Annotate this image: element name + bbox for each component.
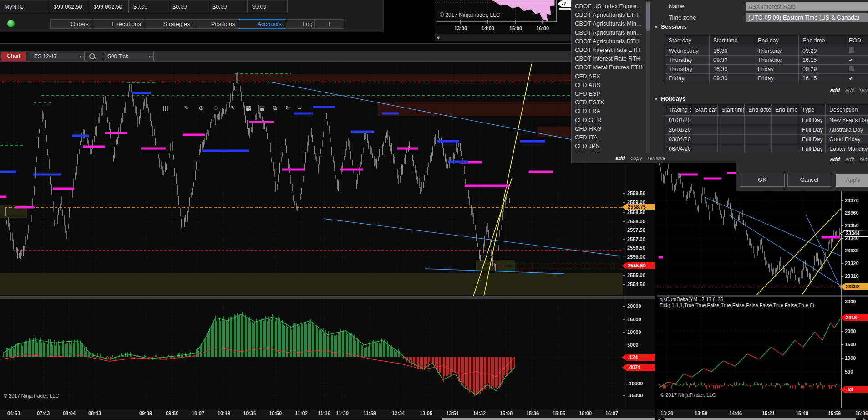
add-tab-button[interactable]: +	[314, 19, 344, 29]
instrument-list-item[interactable]: CBOE US Index Future...	[575, 3, 643, 11]
right-h-scrollbar[interactable]	[665, 418, 856, 420]
instrument-list-item[interactable]: CFD ESP	[575, 90, 643, 99]
time-label: 15:59	[824, 410, 845, 416]
time-label: 15:08	[496, 410, 517, 416]
unchecked-box	[849, 47, 854, 53]
ok-button[interactable]: OK	[740, 174, 785, 187]
chart-window-tab[interactable]: Chart	[1, 52, 26, 61]
instrument-list-item[interactable]: CFD ITA	[575, 134, 643, 143]
instrument-list-item[interactable]: CFD FRA	[575, 108, 643, 116]
holidays-table[interactable]: Trading dayStart dateStart timeEnd dateE…	[665, 104, 868, 152]
instrument-list-item[interactable]: CBOT Agriculturals Min...	[575, 29, 643, 38]
axis-label: 10000	[627, 329, 641, 335]
axis-tick	[841, 200, 843, 201]
instrument-list-item[interactable]: CBOT Agriculturals Min...	[575, 20, 643, 29]
remove-link[interactable]: remove	[860, 87, 868, 93]
column-header[interactable]: End date	[745, 104, 772, 116]
axis-tick	[623, 275, 625, 276]
sessions-table[interactable]: Start dayStart timeEnd dayEnd timeEODWed…	[665, 35, 868, 82]
column-header[interactable]: EOD	[845, 35, 868, 46]
name-label: Name	[669, 3, 685, 10]
instrument-list-item[interactable]: CFD SUI	[575, 151, 643, 153]
time-label: 10:35	[239, 410, 260, 416]
axis-tick	[623, 319, 625, 320]
remove-link[interactable]: remove	[648, 155, 666, 161]
column-header[interactable]: Start time	[718, 104, 745, 116]
unchecked-box	[849, 66, 854, 71]
column-header[interactable]: Start date	[691, 104, 718, 116]
table-row[interactable]: 06/04/20Full DayEaster Monday	[665, 144, 868, 153]
holidays-actions: addeditremove	[830, 155, 868, 163]
axis-tick	[841, 344, 843, 345]
time-label: 16:07	[601, 410, 622, 416]
instrument-list-item[interactable]: CBOT Agriculturals ETH	[575, 11, 643, 20]
column-header[interactable]: Type	[798, 104, 826, 116]
collapse-triangle-icon[interactable]: ▼	[654, 97, 658, 102]
holidays-section-header[interactable]: Holidays	[661, 95, 685, 102]
time-label: 14:00	[477, 26, 498, 31]
add-link[interactable]: add	[830, 87, 840, 93]
add-link[interactable]: add	[830, 156, 840, 163]
name-input[interactable]	[746, 2, 868, 11]
connection-status-icon[interactable]	[7, 20, 15, 27]
axis-tick	[623, 345, 625, 345]
axis-label: 2558.00	[627, 219, 645, 224]
collapse-triangle-icon[interactable]: ▼	[654, 25, 658, 30]
instrument-list-item[interactable]: CFD AUS	[575, 82, 643, 90]
instrument-list-item[interactable]: CBOT Interest Rate RTH	[575, 55, 643, 64]
account-cell: $0.00	[168, 1, 208, 13]
instrument-list-item[interactable]: CFD HKG	[575, 125, 643, 134]
column-header[interactable]: Description	[826, 104, 868, 116]
table-row[interactable]: Thursday09:30Thursday16:15✔	[665, 56, 868, 65]
time-label: 15:55	[548, 410, 569, 416]
table-row[interactable]: Friday09:30Friday16:15✔	[665, 74, 868, 82]
instrument-list-item[interactable]: CBOT Metal Futures ETH	[575, 64, 643, 72]
instrument-list-item[interactable]: CFD AEX	[575, 73, 643, 82]
ninjatrader-desktop: Chart ES 12-17▾ 500 Tick▾ |||✎⊕⊖↖▦▤⧉↻≡ ©…	[0, 0, 868, 420]
column-header[interactable]: End day	[754, 35, 799, 46]
column-header[interactable]: Start time	[710, 35, 754, 46]
column-header[interactable]: Start day	[665, 35, 710, 46]
instrument-list-scroll-thumb[interactable]	[646, 2, 650, 31]
copy-link[interactable]: copy	[630, 155, 642, 161]
sessions-section-header[interactable]: Sessions	[661, 23, 687, 30]
table-row[interactable]: Thursday16:30Friday09:29	[665, 65, 868, 74]
edit-link[interactable]: edit	[845, 156, 854, 163]
instrument-list-item[interactable]: CBOT Interest Rate ETH	[575, 46, 643, 55]
instrument-selector[interactable]: ES 12-17▾	[30, 52, 85, 61]
account-cell: $99,002.50	[89, 1, 129, 13]
table-row[interactable]: Wednesday16:30Thursday09:29	[665, 46, 868, 56]
main-h-scrollbar[interactable]	[442, 418, 655, 420]
search-icon[interactable]	[89, 53, 95, 59]
cancel-button[interactable]: Cancel	[787, 174, 831, 187]
table-row[interactable]: 26/01/20Full DayAustralia Day	[665, 125, 868, 135]
remove-link[interactable]: remove	[860, 156, 868, 163]
main-panel-separator[interactable]	[0, 296, 655, 299]
scroll-left-icon[interactable]: ◀	[658, 418, 660, 420]
price-tag: 23302	[840, 283, 868, 290]
time-label: 13:20	[656, 410, 677, 416]
account-cell: $0.00	[129, 1, 168, 13]
account-row-divider	[0, 13, 288, 13]
scroll-right-icon[interactable]: ▶	[863, 418, 866, 420]
table-row[interactable]: 01/01/20Full DayNew Year's Day	[665, 116, 868, 125]
instrument-list-item[interactable]: CFD JPN	[575, 143, 643, 151]
axis-tick	[841, 263, 843, 264]
time-label: 08:43	[84, 410, 105, 416]
main-chart-plot[interactable]	[0, 61, 623, 408]
apply-button[interactable]: Apply	[836, 174, 868, 187]
instrument-list-item[interactable]: CFD ESTX	[575, 99, 643, 108]
add-link[interactable]: add	[615, 155, 625, 161]
axis-label: 23330	[845, 248, 859, 253]
instrument-list-item[interactable]: CBOT Agriculturals RTH	[575, 38, 643, 46]
timezone-select[interactable]: (UTC-05:00) Eastern Time (US & Canada)	[746, 13, 868, 22]
interval-selector[interactable]: 500 Tick▾	[104, 52, 154, 61]
column-header[interactable]: End time	[772, 104, 798, 116]
axis-label: 2000	[845, 328, 856, 334]
table-row[interactable]: 03/04/20Full DayGood Friday	[665, 135, 868, 144]
scroll-left-icon[interactable]: ◀	[437, 36, 439, 40]
instrument-list-item[interactable]: CFD GER	[575, 117, 643, 125]
edit-link[interactable]: edit	[845, 87, 854, 93]
column-header[interactable]: Trading day	[665, 104, 691, 116]
column-header[interactable]: End time	[799, 35, 845, 46]
